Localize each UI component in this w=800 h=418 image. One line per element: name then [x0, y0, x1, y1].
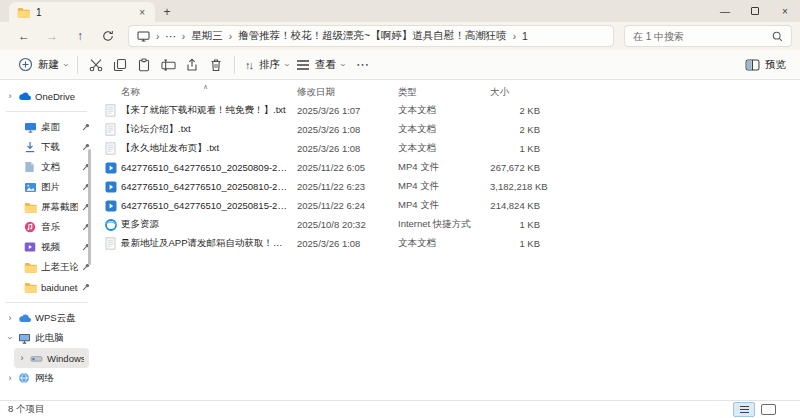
file-type: 文本文档: [398, 123, 490, 136]
sidebar-item-folder-laowang[interactable]: 上老王论坛当: [0, 257, 95, 277]
new-tab-button[interactable]: +: [155, 2, 179, 22]
rename-button[interactable]: [156, 52, 180, 78]
sidebar-item-label: 网络: [35, 372, 90, 385]
share-button[interactable]: [180, 52, 204, 78]
sidebar-item-videos[interactable]: 视频: [0, 237, 95, 257]
table-row[interactable]: 【论坛介绍】.txt 2025/3/26 1:08 文本文档 2 KB: [95, 120, 800, 139]
file-list: 名称 修改日期 类型 大小 ∧ 【来了就能下载和观看！纯免费！】.txt 202…: [95, 81, 800, 400]
sidebar-item-wps-cloud[interactable]: › WPS云盘: [0, 308, 95, 328]
preview-toggle[interactable]: 预览: [745, 58, 786, 72]
table-row[interactable]: 642776510_642776510_20250815-223845... 2…: [95, 196, 800, 215]
cut-button[interactable]: [84, 52, 108, 78]
view-toggles: [733, 402, 792, 417]
file-type: Internet 快捷方式: [398, 218, 490, 231]
sidebar-item-screenshots[interactable]: 屏幕截图: [0, 197, 95, 217]
refresh-button[interactable]: [94, 24, 122, 48]
paste-button[interactable]: [132, 52, 156, 78]
sidebar-scrollbar[interactable]: [88, 149, 91, 265]
pc-icon: [18, 332, 31, 345]
breadcrumb-segment[interactable]: 1: [522, 30, 528, 42]
file-type: 文本文档: [398, 142, 490, 155]
navigation-pane: › OneDrive 桌面 下载 文档 图片 屏幕截图: [0, 81, 95, 400]
file-size: 1 KB: [490, 143, 540, 154]
forward-button[interactable]: →: [38, 24, 66, 48]
sidebar-item-baidunetdisk[interactable]: baidunetdisl: [0, 277, 95, 297]
table-row[interactable]: 【永久地址发布页】.txt 2025/3/26 1:08 文本文档 1 KB: [95, 139, 800, 158]
view-button[interactable]: 查看 ›: [292, 52, 348, 78]
download-icon: [24, 141, 37, 154]
file-type: 文本文档: [398, 104, 490, 117]
sidebar-item-music[interactable]: 音乐: [0, 217, 95, 237]
chevron-right-icon[interactable]: ›: [6, 91, 14, 101]
up-button[interactable]: ↑: [66, 24, 94, 48]
sidebar-item-desktop[interactable]: 桌面: [0, 117, 95, 137]
sidebar-item-windows-ssd[interactable]: › Windows-SSD: [14, 348, 89, 368]
sidebar-item-label: WPS云盘: [35, 312, 90, 325]
file-date: 2025/3/26 1:08: [297, 124, 398, 135]
back-button[interactable]: ←: [10, 24, 38, 48]
breadcrumb-segment[interactable]: 撸管推荐！校花！超级漂亮~【啊婷】道具自慰！高潮狂喷: [238, 29, 507, 43]
details-view-icon: [739, 405, 750, 414]
window-controls: — ×: [710, 0, 800, 22]
chevron-right-icon[interactable]: ›: [6, 373, 14, 383]
onedrive-cloud-icon: [18, 90, 31, 103]
breadcrumb-ellipsis[interactable]: ⋯: [165, 30, 176, 42]
tab-1[interactable]: 1 ×: [9, 2, 155, 22]
chevron-right-icon[interactable]: ›: [18, 353, 26, 363]
search-box[interactable]: [624, 25, 792, 47]
text-file-icon: [105, 142, 118, 156]
close-button[interactable]: ×: [770, 0, 800, 22]
sort-button[interactable]: ↑↓ 排序 ›: [241, 52, 292, 78]
large-icons-view-button[interactable]: [761, 404, 776, 415]
sidebar-item-onedrive[interactable]: › OneDrive: [0, 86, 95, 106]
delete-button[interactable]: [204, 52, 228, 78]
document-icon: [24, 161, 37, 174]
column-header-date[interactable]: 修改日期: [297, 86, 398, 99]
status-bar: 8 个项目: [0, 400, 800, 418]
details-view-button[interactable]: [733, 402, 755, 417]
sidebar-item-network[interactable]: › 网络: [0, 368, 95, 388]
table-row[interactable]: 642776510_642776510_20250809-222847... 2…: [95, 158, 800, 177]
wps-cloud-icon: [18, 312, 31, 325]
chevron-right-icon[interactable]: ›: [6, 313, 14, 323]
share-icon: [185, 58, 199, 72]
file-size: 2 KB: [490, 105, 540, 116]
file-name: 最新地址及APP请发邮箱自动获取！！！.txt: [121, 237, 297, 250]
sidebar-item-pictures[interactable]: 图片: [0, 177, 95, 197]
column-header-size[interactable]: 大小: [490, 86, 540, 99]
copy-button[interactable]: [108, 52, 132, 78]
folder-icon: [24, 201, 37, 214]
column-header-name[interactable]: 名称: [121, 86, 297, 99]
more-options-button[interactable]: ⋯: [348, 57, 377, 72]
new-button[interactable]: 新建 ›: [14, 52, 71, 78]
search-input[interactable]: [633, 31, 772, 42]
table-row[interactable]: 更多资源 2025/10/8 20:32 Internet 快捷方式 1 KB: [95, 215, 800, 234]
maximize-button[interactable]: [740, 0, 770, 22]
trash-icon: [209, 58, 223, 72]
folder-icon: [24, 281, 37, 294]
breadcrumb-segment[interactable]: 星期三: [191, 29, 223, 43]
tab-title: 1: [36, 7, 42, 18]
sidebar-item-documents[interactable]: 文档: [0, 157, 95, 177]
sidebar-item-downloads[interactable]: 下载: [0, 137, 95, 157]
mp4-file-icon: [105, 180, 118, 194]
file-date: 2025/3/26 1:07: [297, 105, 398, 116]
internet-shortcut-icon: [105, 218, 118, 232]
chevron-down-icon[interactable]: ›: [5, 334, 15, 342]
breadcrumb[interactable]: › ⋯ › 星期三 › 撸管推荐！校花！超级漂亮~【啊婷】道具自慰！高潮狂喷 ›…: [128, 25, 614, 47]
chevron-down-icon: ›: [61, 63, 71, 66]
file-size: 3,182,218 KB: [490, 181, 540, 192]
sidebar-item-label: 图片: [41, 181, 78, 194]
minimize-button[interactable]: —: [710, 0, 740, 22]
table-row[interactable]: 642776510_642776510_20250810-215910... 2…: [95, 177, 800, 196]
tab-close-icon[interactable]: ×: [137, 7, 147, 18]
sidebar-item-label: Windows-SSD: [47, 353, 84, 364]
command-bar: 新建 › ↑↓ 排序 › 查看 › ⋯ 预览: [0, 50, 800, 80]
paste-icon: [137, 58, 151, 72]
column-header-type[interactable]: 类型: [398, 86, 490, 99]
sidebar-item-label: 此电脑: [35, 332, 90, 345]
sidebar-item-this-pc[interactable]: › 此电脑: [0, 328, 95, 348]
table-row[interactable]: 最新地址及APP请发邮箱自动获取！！！.txt 2025/3/26 1:08 文…: [95, 234, 800, 253]
table-row[interactable]: 【来了就能下载和观看！纯免费！】.txt 2025/3/26 1:07 文本文档…: [95, 101, 800, 120]
pin-icon: [82, 123, 90, 131]
